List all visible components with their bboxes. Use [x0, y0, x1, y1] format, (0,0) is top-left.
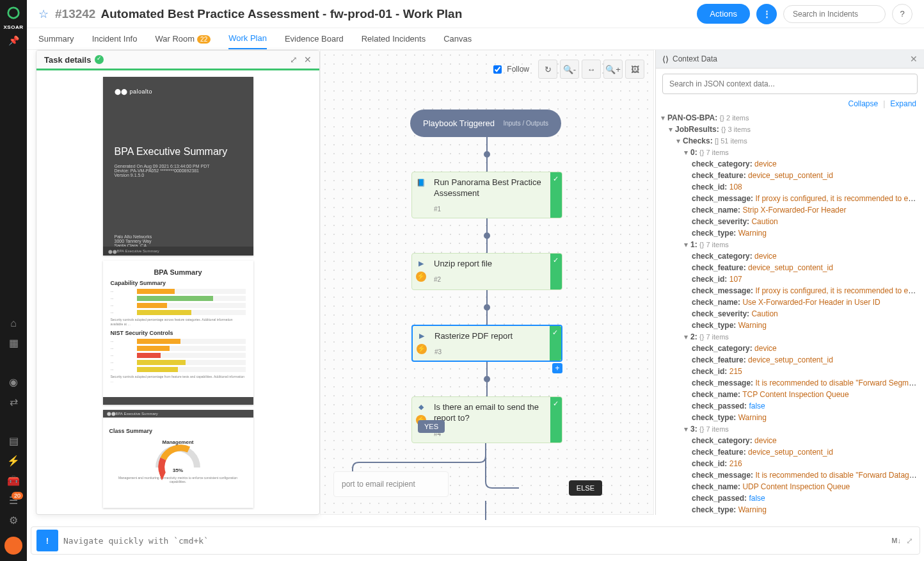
trigger-title: Playbook Triggered	[423, 118, 495, 128]
report-page-cover: ⬤⬤ paloalto BPA Executive Summary Genera…	[103, 77, 253, 256]
gear-icon[interactable]: ⚙	[9, 514, 18, 526]
flow-icon[interactable]: ⇄	[10, 396, 18, 408]
zoom-in-icon[interactable]: 🔍+	[603, 60, 623, 79]
tab-war-room[interactable]: War Room22	[155, 29, 211, 49]
globe-icon[interactable]: ◉	[9, 376, 18, 388]
report-section-3: Class Summary	[109, 428, 247, 434]
tab-related-incidents[interactable]: Related Incidents	[362, 29, 426, 49]
follow-checkbox[interactable]	[493, 65, 502, 74]
trigger-io: Inputs / Outputs	[503, 120, 548, 127]
task-panel-body[interactable]: ⬤⬤ paloalto BPA Executive Summary Genera…	[36, 70, 319, 514]
expand-link[interactable]: Expand	[890, 99, 916, 108]
report-meta: Generated On Aug 09 2021 6:13:44:00 PM P…	[115, 164, 242, 177]
avatar[interactable]	[4, 537, 22, 555]
play-icon: ▶	[417, 331, 427, 341]
report-page-gauge: ⬤⬤ BPA Executive Summary Class Summary M…	[103, 410, 253, 508]
task-ok-icon	[550, 326, 561, 361]
refresh-icon[interactable]: ↻	[538, 60, 557, 79]
pin-icon[interactable]: 📌	[8, 35, 19, 45]
playbook-canvas[interactable]: Follow ↻ 🔍- ↔ 🔍+ 🖼 Playbook Triggered In…	[320, 50, 654, 515]
image-icon[interactable]: 🖼	[625, 60, 644, 79]
bolt-icon: ⚡	[416, 272, 426, 282]
help-button[interactable]: ?	[892, 4, 912, 24]
context-tree[interactable]: ▾PAN-OS-BPA: {} 2 items▾JobResults: {} 3…	[656, 111, 924, 515]
report-page-summary: BPA Summary Capability Summary ··· ··· ·…	[103, 261, 253, 405]
brand-name: XSOAR	[4, 24, 24, 30]
incident-tabs: Summary Incident Info War Room22 Work Pl…	[27, 28, 924, 50]
report-section-2: NIST Security Controls	[111, 330, 246, 336]
star-icon[interactable]: ☆	[38, 7, 49, 21]
brackets-icon: ⟨⟩	[662, 54, 669, 64]
command-bar: ! M↓ ⤢	[31, 526, 920, 555]
command-icon[interactable]: !	[36, 530, 58, 551]
fit-icon[interactable]: ↔	[582, 60, 601, 79]
tab-war-room-label: War Room	[155, 34, 195, 44]
task-details-panel: Task details ⤢ ✕ ⬤⬤ paloalto BPA Executi…	[36, 50, 320, 515]
tab-summary[interactable]: Summary	[38, 29, 74, 49]
status-ok-icon	[95, 55, 104, 64]
book-icon[interactable]: ▤	[9, 435, 19, 447]
report-brand: ⬤⬤ paloalto	[115, 88, 242, 95]
task-panel-header: Task details ⤢ ✕	[36, 51, 319, 70]
task-1[interactable]: 📘 Run Panorama Best Practice Assessment#…	[411, 172, 562, 218]
expand-icon[interactable]: ⤢	[290, 54, 298, 65]
tab-evidence-board[interactable]: Evidence Board	[285, 29, 344, 49]
dashboard-icon[interactable]: ▦	[9, 337, 19, 349]
ghost-task[interactable]: port to email recipient	[333, 471, 449, 497]
tab-work-plan[interactable]: Work Plan	[228, 28, 267, 49]
report-section-1: Capability Summary	[111, 280, 246, 286]
incident-id: #13242	[55, 7, 95, 21]
stack-icon[interactable]: ☰20	[9, 494, 18, 507]
tab-incident-info[interactable]: Incident Info	[92, 29, 138, 49]
report-title: BPA Executive Summary	[115, 146, 242, 158]
bolt-icon[interactable]: ⚡	[7, 455, 20, 467]
toolbox-icon[interactable]: 🧰	[7, 475, 20, 487]
playbook-trigger[interactable]: Playbook Triggered Inputs / Outputs	[410, 110, 561, 137]
page-title: Automated Best Practice Assessment - fw-…	[100, 7, 462, 21]
task-ok-icon	[550, 397, 562, 443]
follow-label: Follow	[507, 65, 529, 74]
actions-button[interactable]: Actions	[697, 4, 750, 24]
zoom-out-icon[interactable]: 🔍-	[560, 60, 579, 79]
task-3[interactable]: ▶⚡ Rasterize PDF report#3 +	[411, 325, 562, 362]
search-input[interactable]	[783, 5, 886, 23]
command-input[interactable]	[63, 536, 886, 546]
left-nav-rail: XSOAR 📌 ⌂ ▦ ◉ ⇄ ▤ ⚡ 🧰 ☰20 ⚙	[0, 0, 27, 561]
task-ok-icon	[550, 254, 562, 289]
rail-badge: 20	[12, 492, 23, 500]
context-title: Context Data	[673, 54, 717, 63]
report-footer-bar: ⬤⬤ BPA Executive Summary	[103, 247, 253, 256]
report-footer: Palo Alto Networks 3000 Tannery Way Sant…	[115, 234, 152, 248]
context-header: ⟨⟩ Context Data ✕	[656, 50, 924, 69]
home-icon[interactable]: ⌂	[10, 318, 17, 329]
gauge-chart	[155, 445, 200, 468]
markdown-toggle[interactable]: M↓	[891, 537, 901, 544]
collapse-link[interactable]: Collapse	[848, 99, 878, 108]
brand-logo[interactable]	[3, 3, 24, 23]
info-button[interactable]: ⋮	[756, 4, 777, 24]
close-icon[interactable]: ✕	[910, 54, 918, 64]
context-actions: Collapse | Expand	[656, 99, 924, 111]
task-ok-icon	[550, 172, 562, 218]
tab-canvas[interactable]: Canvas	[443, 29, 472, 49]
page-header: ☆ #13242 Automated Best Practice Assessm…	[27, 0, 924, 28]
report-page2-title: BPA Summary	[111, 268, 246, 276]
add-task-button[interactable]: +	[552, 363, 562, 373]
canvas-toolbar: Follow ↻ 🔍- ↔ 🔍+ 🖼	[493, 60, 644, 79]
close-icon[interactable]: ✕	[304, 54, 312, 65]
svg-point-0	[8, 8, 19, 19]
expand-input-icon[interactable]: ⤢	[906, 536, 913, 546]
task-panel-title: Task details	[44, 55, 91, 65]
book-icon: 📘	[416, 177, 426, 188]
task-2[interactable]: ▶⚡ Unzip report file#2	[411, 253, 562, 290]
branch-else[interactable]: ELSE	[569, 480, 602, 496]
context-panel: ⟨⟩ Context Data ✕ Collapse | Expand ▾PAN…	[655, 50, 924, 515]
war-room-badge: 22	[197, 35, 211, 44]
context-search-input[interactable]	[662, 74, 918, 94]
diamond-icon: ◆	[416, 402, 426, 412]
play-icon: ▶	[416, 259, 426, 269]
branch-yes[interactable]: YES	[418, 420, 445, 433]
bolt-icon: ⚡	[417, 344, 427, 354]
